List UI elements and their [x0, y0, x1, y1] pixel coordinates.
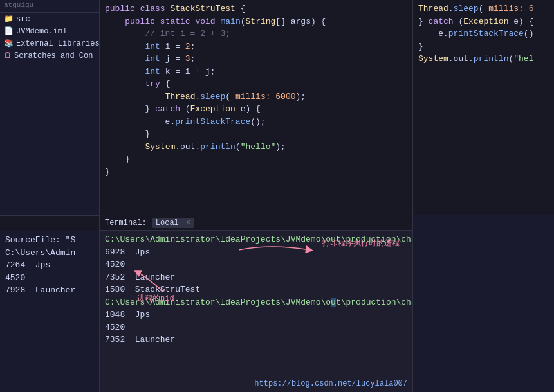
atguigu-tab: atguigu: [0, 0, 99, 13]
terminal-tabs-sidebar: [0, 216, 99, 231]
right-line-3: e.printStackTrace(): [418, 28, 549, 40]
bottom-area: SourceFile: "S C:\Users\Admin 7264 Jps 4…: [0, 215, 554, 392]
folder-icon: 📁: [4, 14, 14, 24]
code-line-2: public static void main(String[] args) {: [105, 15, 407, 28]
terminal-tab-local[interactable]: Local ×: [152, 218, 194, 228]
code-line-14: System.out.println("hello");: [105, 141, 407, 154]
term-line-path-2: C:\Users\Administrator\IdeaProjects\JVMd…: [105, 296, 407, 309]
term-line-8: 1048 Jps: [105, 308, 407, 321]
sidebar-term-6: 7928 Launcher: [5, 284, 94, 297]
sidebar-term-1: SourceFile: "S: [5, 234, 94, 247]
close-tab-icon[interactable]: ×: [186, 218, 190, 227]
right-code-content: Thread.sleep( millis: 6 } catch (Excepti…: [413, 0, 554, 68]
libraries-icon: 📚: [4, 39, 14, 48]
terminal-label: Terminal:: [105, 218, 147, 227]
sidebar-item-iml[interactable]: 📄 JVMdemo.iml: [0, 25, 99, 37]
code-content: public class StackStruTest { public stat…: [100, 0, 412, 181]
terminal-output[interactable]: C:\Users\Administrator\IdeaProjects\JVMd…: [100, 231, 412, 392]
url-bar: https://blog.csdn.net/lucylala007: [254, 378, 407, 389]
right-line-4: }: [418, 40, 549, 53]
right-code-panel: Thread.sleep( millis: 6 } catch (Excepti…: [412, 0, 554, 215]
term-line-4: 7352 Launcher: [105, 271, 407, 284]
term-line-9: 4520: [105, 321, 407, 334]
bottom-right-panel: [412, 215, 554, 392]
terminal-tab-bar: Terminal: Local ×: [100, 215, 412, 231]
term-line-3: 4520: [105, 258, 407, 271]
sidebar-term-5: 4520: [5, 272, 94, 285]
sidebar-bottom: SourceFile: "S C:\Users\Admin 7264 Jps 4…: [0, 215, 100, 392]
main-layout: atguigu 📁 src 📄 JVMdemo.iml 📚 External L…: [0, 0, 554, 392]
term-line-path-1: C:\Users\Administrator\IdeaProjects\JVMd…: [105, 233, 407, 246]
sidebar-term-4: 7264 Jps: [5, 259, 94, 272]
code-line-10: Thread.sleep( millis: 6000);: [105, 91, 407, 103]
code-line-9: try {: [105, 78, 407, 91]
code-line-13: }: [105, 128, 407, 141]
code-line-1: public class StackStruTest {: [105, 3, 407, 15]
code-line-5: int i = 2;: [105, 40, 407, 53]
code-line-16: }: [105, 166, 407, 179]
term-line-2: 6928 Jps: [105, 246, 407, 259]
bottom-row: SourceFile: "S C:\Users\Admin 7264 Jps 4…: [0, 215, 554, 392]
sidebar-terminal-content: SourceFile: "S C:\Users\Admin 7264 Jps 4…: [0, 231, 99, 299]
sidebar: atguigu 📁 src 📄 JVMdemo.iml 📚 External L…: [0, 0, 100, 215]
sidebar-item-libraries[interactable]: 📚 External Libraries: [0, 37, 99, 49]
right-line-1: Thread.sleep( millis: 6: [418, 3, 549, 15]
term-line-5: 1580 StackStruTest: [105, 283, 407, 296]
right-line-2: } catch (Exception e) {: [418, 15, 549, 28]
code-line-7: int k = i + j;: [105, 66, 407, 78]
terminal-main: Terminal: Local × C:\Users\Administrator…: [100, 215, 412, 392]
right-line-5: System.out.println("hel: [418, 53, 549, 66]
sidebar-term-3: C:\Users\Admin: [5, 247, 94, 260]
file-icon: 📄: [4, 26, 14, 36]
code-line-15: }: [105, 153, 407, 166]
code-line-3: // int i = 2 + 3;: [105, 28, 407, 40]
sidebar-item-src[interactable]: 📁 src: [0, 13, 99, 25]
sidebar-item-scratches[interactable]: 🗒 Scratches and Con: [0, 49, 99, 62]
term-line-10: 7352 Launcher: [105, 334, 407, 346]
code-line-12: e.printStackTrace();: [105, 116, 407, 129]
code-editor: public class StackStruTest { public stat…: [100, 0, 412, 215]
code-line-6: int j = 3;: [105, 53, 407, 66]
code-line-11: } catch (Exception e) {: [105, 103, 407, 116]
scratches-icon: 🗒: [4, 51, 12, 60]
